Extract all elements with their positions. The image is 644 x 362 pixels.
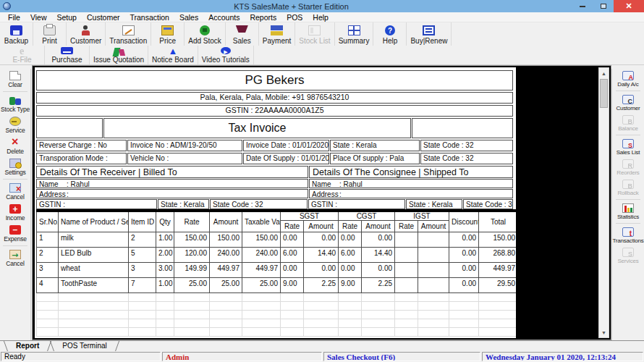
toolbar-button[interactable]: Transaction <box>106 22 151 46</box>
close-button[interactable]: ✕ <box>614 0 644 12</box>
toolbar-button[interactable]: Add Stock <box>185 22 226 46</box>
toolbar-button[interactable]: Print <box>33 22 67 46</box>
toolbar-button[interactable]: Sales <box>226 22 259 46</box>
sidebar-item[interactable]: Cancel <box>0 248 30 269</box>
toolbar-button[interactable]: Backup <box>0 22 33 46</box>
vertical-scrollbar[interactable]: ▲ ▼ <box>598 67 609 338</box>
toolbar-button[interactable]: Help <box>373 22 407 46</box>
empty-cell <box>242 319 281 328</box>
empty-cell <box>59 319 129 328</box>
item-cgst-amount: 14.40 <box>362 248 395 263</box>
menu-item[interactable]: Sales <box>174 13 203 22</box>
sidebar-item[interactable]: Transactions <box>612 225 644 245</box>
menu-item[interactable]: Setup <box>52 13 82 22</box>
tab-pos-terminal[interactable]: POS Terminal <box>55 341 114 351</box>
sidebar-item[interactable]: Rollback <box>612 177 644 198</box>
toolbar-button[interactable]: Issue Quotation <box>90 46 148 64</box>
sidebar-item[interactable]: Stock Type <box>0 93 30 114</box>
receiver-gstin: GSTIN : <box>36 199 157 209</box>
left-sidebar: Clear Stock Type Service Delete Settings… <box>0 69 31 340</box>
item-id: 2 <box>129 232 156 248</box>
invoice-info-cell: State Code : 32 <box>420 140 513 151</box>
sidebar-item[interactable]: Service <box>0 114 30 135</box>
empty-cell <box>242 328 281 337</box>
toolbar-button[interactable]: Customer <box>67 22 106 46</box>
right-sidebar: Daily A/c Customer Balance Sales List Re… <box>611 69 644 340</box>
invoice-info-cell: Date Of Supply : 01/01/2020 <box>243 153 329 164</box>
empty-cell <box>37 319 59 328</box>
reorders-icon <box>622 159 634 169</box>
sidebar-item[interactable]: Services <box>612 245 644 266</box>
item-igst-amount <box>418 263 449 278</box>
toolbar-button[interactable]: Video Tutorials <box>198 46 254 64</box>
col-sr-no: Sr.No. <box>37 211 59 232</box>
item-igst-amount <box>418 248 449 263</box>
item-id: 5 <box>129 248 156 263</box>
menu-item[interactable]: Accounts <box>203 13 245 22</box>
item-id: 3 <box>129 263 156 278</box>
maximize-button[interactable] <box>593 0 614 12</box>
sidebar-item[interactable]: Statistics <box>612 201 644 222</box>
sidebar-item[interactable]: Expense <box>0 223 30 244</box>
tab-report[interactable]: Report <box>9 341 46 351</box>
empty-cell <box>174 319 210 328</box>
sidebar-item[interactable]: Daily A/c <box>612 69 644 89</box>
item-name: LED Bulb <box>59 248 129 263</box>
toolbar-button[interactable]: Notice Board <box>148 46 198 64</box>
menu-item[interactable]: Customer <box>82 13 125 22</box>
toolbar-button[interactable]: Price <box>151 22 185 46</box>
toolbar-button[interactable]: Purchase <box>45 46 90 64</box>
sidebar-item[interactable]: Settings <box>0 156 30 177</box>
minimize-button[interactable] <box>572 0 593 12</box>
efile-icon <box>16 47 28 54</box>
empty-cell <box>362 293 395 302</box>
col-sgst-amount: Amount <box>304 221 339 232</box>
item-name: milk <box>59 232 129 248</box>
toolbar-button[interactable]: Payment <box>259 22 295 46</box>
empty-grid-row <box>37 319 517 328</box>
empty-cell <box>37 293 59 302</box>
empty-cell <box>479 311 516 319</box>
sidebar-item[interactable]: Customer <box>612 93 644 113</box>
payment-icon <box>271 25 283 35</box>
sidebar-item[interactable]: Income <box>0 202 30 223</box>
balance-icon <box>622 115 634 125</box>
sidebar-item[interactable]: Clear <box>0 69 30 90</box>
rollback-icon <box>622 180 634 189</box>
menu-item[interactable]: File <box>3 13 25 22</box>
empty-grid-row <box>37 311 517 319</box>
sidebar-item[interactable]: Sales List <box>612 137 644 157</box>
sidebar-item[interactable]: Delete <box>0 135 30 156</box>
toolbar-button-label: Stock List <box>299 37 330 45</box>
menu-item[interactable]: View <box>25 13 52 22</box>
menu-item[interactable]: Reports <box>245 13 281 22</box>
toolbar-button[interactable]: Buy|Renew <box>407 22 452 46</box>
party-gstin-row: GSTIN : State : Kerala State Code : 32 G… <box>36 199 513 209</box>
toolbar-button[interactable]: Summary <box>335 22 374 46</box>
sidebar-item[interactable]: Balance <box>612 113 644 133</box>
scroll-down-icon[interactable]: ▼ <box>599 327 609 337</box>
scroll-up-icon[interactable]: ▲ <box>599 68 609 78</box>
invoice-info-cell: Transporation Mode : <box>36 153 127 164</box>
toolbar-button[interactable]: Stock List <box>295 22 334 46</box>
party-address-row: Address: Address: <box>36 189 513 198</box>
empty-cell <box>395 311 418 319</box>
empty-cell <box>479 328 516 337</box>
sidebar-item[interactable]: Cancel <box>0 181 30 202</box>
status-user: Admin <box>162 352 322 361</box>
empty-cell <box>479 302 516 311</box>
item-sgst-amount: 0.00 <box>304 263 339 278</box>
help-icon <box>385 25 395 35</box>
empty-cell <box>418 302 449 311</box>
issue-quotation-icon <box>113 47 125 54</box>
sidebar-item[interactable]: Reorders <box>612 157 644 177</box>
menu-item[interactable]: Help <box>308 13 334 22</box>
item-cgst-rate: 0.00 <box>339 232 362 248</box>
scrollbar-thumb[interactable] <box>600 79 608 108</box>
toolbar-button[interactable]: E-File <box>0 46 45 64</box>
menu-item[interactable]: POS <box>281 13 308 22</box>
empty-cell <box>339 328 362 337</box>
toolbar-row-2: E-File Purchase Issue Quotation Notice B… <box>0 46 644 65</box>
menu-item[interactable]: Transaction <box>124 13 174 22</box>
toolbar-button-label: Buy|Renew <box>410 37 447 45</box>
